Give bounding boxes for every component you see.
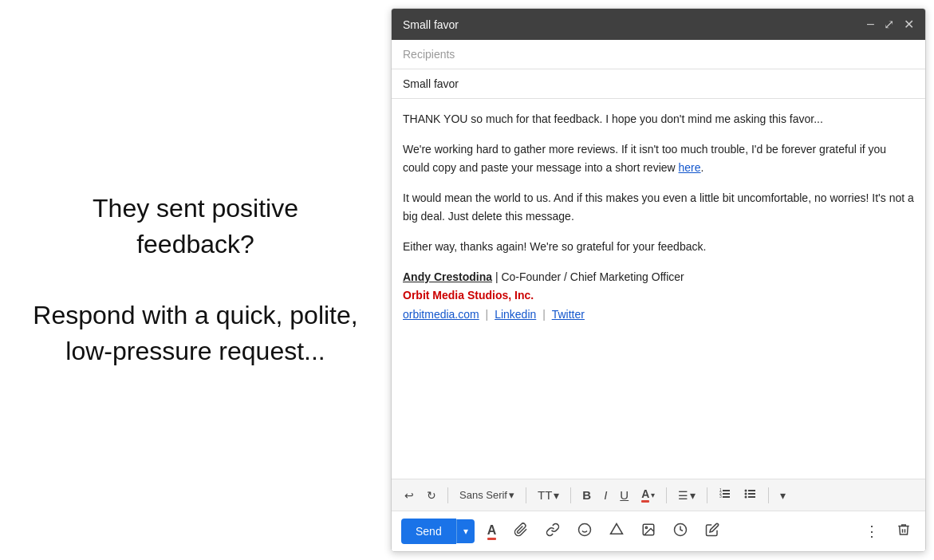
pencil-icon [705,523,719,540]
maximize-icon[interactable]: ⤢ [884,17,894,32]
toolbar-sep6 [768,487,769,503]
more-options-button[interactable] [700,518,724,545]
recipients-field[interactable]: Recipients [392,40,925,69]
body-para2: We're working hard to gather more review… [403,140,914,176]
email-compose-window: Small favor – ⤢ ✕ Recipients Small favor… [391,8,926,552]
toolbar-sep3 [570,487,571,503]
bullet-list-button[interactable] [739,484,762,506]
left-line1: They sent positive feedback? [93,194,298,258]
text-color-button[interactable]: A ▾ [636,485,660,506]
subject-text: Small favor [403,77,459,90]
font-size-button[interactable]: TT ▾ [533,485,564,505]
svg-text:3: 3 [719,494,722,499]
left-line2: Respond with a quick, polite, [33,301,357,329]
toolbar-sep2 [526,487,526,503]
signature-link-linkedin[interactable]: Linkedin [495,308,536,321]
subject-field[interactable]: Small favor [392,69,925,99]
recipients-placeholder: Recipients [403,48,455,61]
bold-button[interactable]: B [577,485,596,505]
insert-drive-button[interactable] [605,518,629,545]
signature-link-sep3: | [539,308,548,321]
signature-line1: Andy Crestodina | Co-Founder / Chief Mar… [403,268,914,286]
email-body[interactable]: THANK YOU so much for that feedback. I h… [392,99,925,479]
svg-rect-1 [723,493,730,495]
svg-rect-7 [748,493,755,495]
attach-file-button[interactable] [509,518,533,545]
send-dropdown-button[interactable]: ▾ [456,519,475,543]
size-arrow: ▾ [554,489,559,502]
bullet-list-icon [744,487,757,503]
signature-link-orbitmedia[interactable]: orbitmedia.com [403,308,479,321]
delete-draft-button[interactable] [892,519,916,543]
signature-company: Orbit Media Studios, Inc. [403,286,914,304]
minimize-icon[interactable]: – [867,17,874,32]
text-color-icon: A [641,488,649,503]
svg-point-10 [745,493,747,495]
signature-name: Andy Crestodina [403,270,492,283]
close-icon[interactable]: ✕ [904,17,914,32]
svg-point-9 [745,490,747,492]
svg-point-17 [646,526,648,528]
insert-emoji-button[interactable] [573,518,597,545]
signature-link-twitter[interactable]: Twitter [552,308,585,321]
insert-link-button[interactable] [541,518,565,545]
drive-icon [609,523,624,540]
left-line3: low-pressure request... [65,337,325,365]
underline-button[interactable]: U [615,485,633,505]
insert-time-button[interactable] [668,518,692,545]
toolbar-sep1 [447,487,448,503]
format-text-button[interactable]: A [483,519,502,545]
ordered-list-icon: 123 [719,487,731,503]
more-formatting-button[interactable]: ▾ [775,486,790,505]
align-arrow: ▾ [690,489,696,502]
link-icon [546,523,560,540]
more-menu-button[interactable]: ⋮ [860,519,884,543]
align-icon: ☰ [678,489,688,502]
svg-rect-6 [748,490,755,491]
svg-rect-8 [748,496,755,498]
send-button[interactable]: Send [401,519,456,544]
body-para2-before: We're working hard to gather more review… [403,143,886,173]
svg-marker-15 [611,524,623,534]
undo-button[interactable]: ↩ [400,486,419,505]
action-bar: Send ▾ A [392,511,925,551]
more-formatting-arrow: ▾ [780,489,786,502]
redo-button[interactable]: ↻ [422,486,441,505]
svg-rect-0 [723,490,730,491]
font-label: Sans Serif [459,489,507,501]
signature-company-name: Orbit Media Studios, Inc. [403,289,534,302]
send-button-container: Send ▾ [401,519,475,544]
svg-point-11 [745,496,747,499]
italic-button[interactable]: I [599,485,612,505]
left-panel: They sent positive feedback? Respond wit… [0,0,391,560]
paperclip-icon [514,523,528,540]
body-para4: Either way, thanks again! We're so grate… [403,238,914,255]
align-button[interactable]: ☰ ▾ [673,486,700,505]
body-para2-after: . [701,161,704,174]
font-selector[interactable]: Sans Serif ▾ [455,487,519,503]
formatting-toolbar: ↩ ↻ Sans Serif ▾ TT ▾ B I U A ▾ ☰ ▾ [392,479,925,511]
signature-title: Co-Founder / Chief Marketing Officer [501,270,684,283]
body-para2-link[interactable]: here [679,161,701,174]
emoji-icon [577,523,592,540]
insert-photo-button[interactable] [636,518,660,545]
svg-point-12 [579,524,591,536]
left-description: They sent positive feedback? Respond wit… [32,191,359,369]
clock-icon [673,523,688,540]
signature-sep1: | [492,270,501,283]
trash-icon [897,526,911,539]
ordered-list-button[interactable]: 123 [714,484,736,506]
email-signature: Andy Crestodina | Co-Founder / Chief Mar… [403,268,914,323]
svg-rect-2 [723,496,730,498]
color-arrow: ▾ [651,491,655,499]
email-header-title: Small favor [403,18,459,31]
email-header-icons: – ⤢ ✕ [867,17,914,32]
toolbar-sep5 [707,487,707,503]
body-para3: It would mean the world to us. And if th… [403,189,914,225]
ellipsis-vertical-icon: ⋮ [865,523,879,539]
signature-link-sep2: | [483,308,491,321]
body-para1: THANK YOU so much for that feedback. I h… [403,110,914,128]
photo-icon [641,523,656,540]
format-text-icon: A [487,523,497,540]
size-label: TT [538,488,552,502]
